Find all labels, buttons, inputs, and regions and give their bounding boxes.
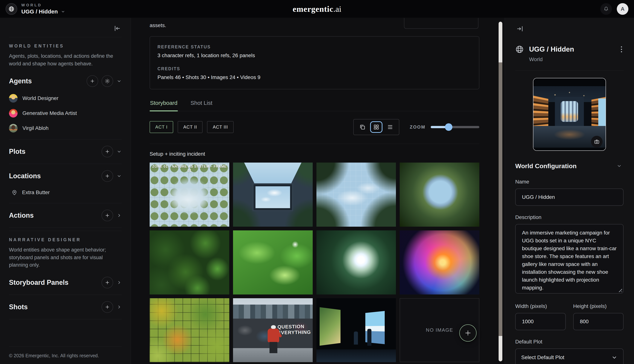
agents-section-header: Agents (9, 69, 122, 93)
thumbnail-art (533, 148, 605, 150)
height-input[interactable] (573, 313, 624, 330)
world-thumbnail (533, 78, 606, 151)
list-view-button[interactable] (384, 122, 396, 132)
agent-item-world-designer[interactable]: World Designer (9, 94, 122, 102)
act-1-button[interactable]: ACT I (150, 121, 173, 133)
tab-storyboard[interactable]: Storyboard (150, 99, 178, 111)
description-textarea[interactable]: An immersive marketing campaign for UGG … (515, 224, 623, 294)
app-logo[interactable]: emergentic.ai (293, 4, 341, 14)
section-collapse-chevron-icon[interactable] (615, 162, 623, 170)
default-plot-value: Select Default Plot (521, 354, 564, 360)
credits-label: CREDITS (157, 66, 471, 72)
plots-collapse-chevron-icon[interactable] (117, 149, 122, 154)
zoom-slider-thumb[interactable] (445, 123, 452, 131)
divider (515, 70, 623, 70)
locations-title: Locations (9, 172, 41, 180)
storyboard-panel[interactable] (316, 162, 396, 227)
height-label: Height (pixels) (573, 303, 624, 309)
add-location-button[interactable] (102, 170, 113, 182)
reference-status-label: REFERENCE STATUS (157, 44, 471, 50)
scrollbar-thumb[interactable] (499, 62, 502, 336)
actions-expand-chevron-icon[interactable] (117, 213, 122, 218)
act-2-button[interactable]: ACT II (178, 121, 203, 133)
locations-section-header: Locations (9, 164, 122, 188)
narrative-designer-title: NARRATIVE DESIGNER (9, 237, 122, 242)
storyboard-panels-expand-chevron-icon[interactable] (117, 280, 122, 285)
main-scrollbar[interactable] (499, 22, 502, 362)
panel-art (354, 332, 358, 344)
shots-expand-chevron-icon[interactable] (117, 304, 122, 310)
thumbnail-art (555, 97, 584, 126)
notifications-button[interactable] (600, 3, 612, 15)
panel-subtitle: World (529, 56, 623, 62)
agents-settings-button[interactable] (102, 75, 113, 87)
storyboard-panel[interactable] (400, 230, 479, 294)
right-panel: UGG / Hidden World (505, 18, 634, 364)
storyboard-panels-title: Storyboard Panels (9, 278, 69, 286)
map-pin-icon (11, 189, 18, 196)
world-switcher[interactable]: WORLD UGG / Hidden (21, 3, 65, 15)
shots-section-header: Shots (9, 295, 122, 319)
world-entities-description: Agents, plots, locations, and actions de… (9, 52, 122, 68)
agent-avatar (9, 109, 18, 118)
plots-title: Plots (9, 148, 26, 156)
single-panel-view-button[interactable] (357, 122, 368, 132)
add-panel-fab-button[interactable] (459, 324, 477, 342)
location-item-extra-butter[interactable]: Extra Butter (9, 188, 122, 203)
location-name: Extra Butter (22, 190, 50, 196)
main-content: assets. REFERENCE STATUS 3 character ref… (131, 18, 505, 364)
copyright-text: © 2026 Emergentic, Inc. All rights reser… (9, 353, 122, 358)
agent-avatar (9, 94, 18, 102)
actions-section-header: Actions (9, 203, 122, 228)
panel-art (266, 325, 280, 353)
change-image-button[interactable] (591, 136, 602, 148)
storyboard-grid: ZONE 01 – NATURE AS SYSTEM – FRAME 01 QU… (150, 162, 479, 362)
zoom-slider[interactable] (431, 126, 479, 128)
world-name: UGG / Hidden (21, 8, 58, 15)
storyboard-panel[interactable] (150, 230, 229, 294)
tab-shot-list[interactable]: Shot List (190, 99, 213, 111)
credits-value: Panels 46 • Shots 30 • Images 24 • Video… (157, 74, 471, 80)
add-plot-button[interactable] (102, 146, 113, 157)
storyboard-panel[interactable] (233, 230, 313, 294)
view-mode-group (353, 119, 399, 135)
name-input[interactable] (515, 188, 623, 206)
world-globe-icon[interactable] (6, 3, 17, 15)
agent-name: Virgil Abloh (23, 125, 49, 131)
zoom-label: ZOOM (410, 124, 426, 130)
storyboard-panel[interactable] (233, 162, 313, 227)
agents-title: Agents (9, 77, 32, 85)
panel-art (367, 329, 372, 346)
status-card: REFERENCE STATUS 3 character refs, 1 loc… (150, 36, 479, 89)
agent-item-virgil-abloh[interactable]: Virgil Abloh (9, 124, 122, 132)
more-options-button[interactable] (619, 45, 623, 54)
storyboard-panel[interactable] (316, 298, 396, 362)
width-input[interactable] (515, 313, 566, 330)
panel-caption: ZONE 01 – NATURE AS SYSTEM – FRAME 01 (150, 164, 229, 173)
default-plot-select[interactable]: Select Default Plot (515, 348, 623, 364)
panel-art (316, 350, 396, 362)
storyboard-panel[interactable] (316, 230, 396, 294)
shots-title: Shots (9, 303, 28, 311)
width-label: Width (pixels) (515, 303, 566, 309)
add-shot-button[interactable] (102, 301, 113, 313)
agent-item-generative-media-artist[interactable]: Generative Media Artist (9, 109, 122, 118)
locations-collapse-chevron-icon[interactable] (117, 174, 122, 179)
storyboard-panel[interactable] (400, 162, 479, 227)
add-action-button[interactable] (102, 210, 113, 221)
collapse-sidebar-icon[interactable] (114, 25, 121, 32)
collapse-panel-icon[interactable] (515, 24, 524, 32)
reference-status-value: 3 character refs, 1 location refs, 26 pa… (157, 52, 471, 58)
storyboard-panel[interactable] (150, 298, 229, 362)
grid-view-button[interactable] (370, 121, 383, 133)
panel-art (320, 307, 341, 346)
thumbnail-art (598, 98, 605, 129)
act-3-button[interactable]: ACT III (207, 121, 233, 133)
world-entities-title: WORLD ENTITIES (9, 44, 122, 48)
agents-collapse-chevron-icon[interactable] (117, 78, 122, 84)
storyboard-panel[interactable]: ZONE 01 – NATURE AS SYSTEM – FRAME 01 (150, 162, 229, 227)
add-storyboard-panel-button[interactable] (102, 277, 113, 288)
add-agent-button[interactable] (87, 75, 98, 87)
user-avatar[interactable]: A (617, 3, 628, 15)
storyboard-panel[interactable]: QUESTION EVERYTHING (233, 298, 313, 362)
